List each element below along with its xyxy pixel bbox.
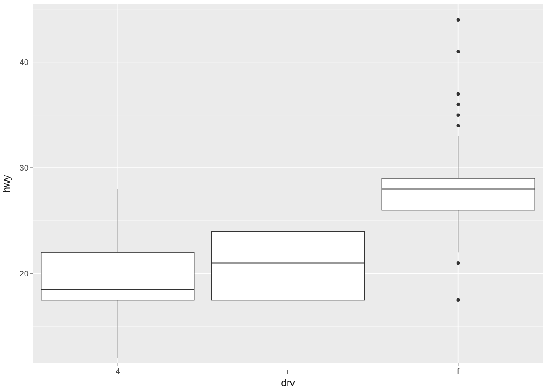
x-tick-label: r: [287, 367, 290, 376]
boxplot-chart: 2030404rfhwydrv: [0, 0, 549, 392]
x-tick-label: f: [457, 367, 460, 376]
outlier-point: [456, 124, 460, 127]
outlier-point: [456, 103, 460, 106]
outlier-point: [456, 114, 460, 117]
outlier-point: [456, 50, 460, 53]
y-axis-title: hwy: [1, 175, 12, 193]
y-tick-label: 30: [20, 163, 29, 172]
x-tick-label: 4: [116, 367, 120, 376]
outlier-point: [456, 18, 460, 22]
outlier-point: [456, 298, 460, 302]
plot-svg: 2030404rfhwydrv: [0, 0, 549, 392]
box: [212, 231, 365, 300]
box: [41, 252, 194, 300]
outlier-point: [456, 261, 460, 265]
y-tick-label: 40: [20, 58, 29, 67]
outlier-point: [456, 92, 460, 96]
y-tick-label: 20: [20, 269, 29, 278]
x-axis-title: drv: [281, 377, 295, 388]
box: [382, 178, 535, 210]
